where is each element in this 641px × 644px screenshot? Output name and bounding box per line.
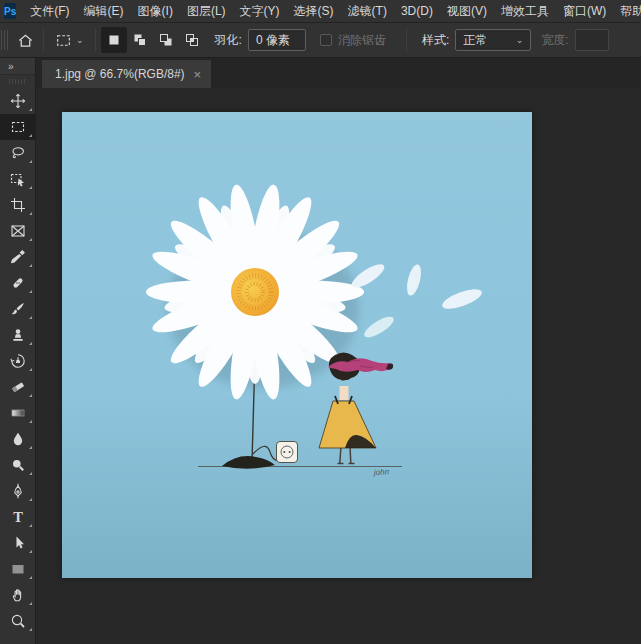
- tool-path-selection[interactable]: [0, 530, 35, 556]
- rectangle-icon: [10, 561, 26, 577]
- home-icon: [17, 32, 34, 49]
- menu-file[interactable]: 文件(F): [23, 0, 76, 23]
- style-value: 正常: [463, 32, 487, 49]
- document-area: 1.jpg @ 66.7%(RGB/8#) ×: [36, 58, 641, 644]
- menu-help[interactable]: 帮助(H): [613, 0, 641, 23]
- menu-window[interactable]: 窗口(W): [556, 0, 613, 23]
- tool-eraser[interactable]: [0, 374, 35, 400]
- document-tab-title: 1.jpg @ 66.7%(RGB/8#): [55, 67, 185, 81]
- tool-type[interactable]: T: [0, 504, 35, 530]
- tool-object-selection[interactable]: [0, 166, 35, 192]
- document-tab-bar: 1.jpg @ 66.7%(RGB/8#) ×: [36, 58, 641, 88]
- tool-move[interactable]: [0, 88, 35, 114]
- options-bar-grip[interactable]: [1, 30, 8, 50]
- path-selection-icon: [10, 535, 26, 551]
- feather-label: 羽化:: [215, 32, 242, 49]
- canvas-image[interactable]: john: [62, 112, 532, 578]
- menu-3d[interactable]: 3D(D): [394, 1, 440, 21]
- wall-outlet: [277, 442, 298, 463]
- tool-rectangle[interactable]: [0, 556, 35, 582]
- tool-rectangular-marquee[interactable]: [0, 114, 35, 140]
- daisy-girl-illustration: john: [62, 112, 532, 578]
- subtract-from-selection-icon: [158, 32, 174, 48]
- zoom-icon: [10, 613, 26, 629]
- separator: [406, 28, 407, 52]
- eraser-icon: [10, 379, 26, 395]
- pen-icon: [10, 483, 26, 499]
- canvas-region: john: [36, 88, 641, 644]
- style-select[interactable]: 正常 ⌄: [455, 29, 531, 51]
- eyedropper-icon: [10, 249, 26, 265]
- chevron-down-icon: ⌄: [516, 35, 524, 45]
- tool-lasso[interactable]: [0, 140, 35, 166]
- gradient-icon: [10, 405, 26, 421]
- dodge-icon: [10, 457, 26, 473]
- style-label: 样式:: [422, 32, 449, 49]
- crop-icon: [10, 197, 26, 213]
- subtract-from-selection-button[interactable]: [153, 27, 179, 53]
- width-input[interactable]: [575, 29, 609, 51]
- tool-history-brush[interactable]: [0, 348, 35, 374]
- menu-edit[interactable]: 编辑(E): [77, 0, 131, 23]
- tool-gradient[interactable]: [0, 400, 35, 426]
- rectangular-marquee-icon: [10, 119, 26, 135]
- rectangular-marquee-icon: [55, 32, 72, 49]
- tool-zoom[interactable]: [0, 608, 35, 634]
- intersect-selection-icon: [184, 32, 200, 48]
- brush-icon: [10, 301, 26, 317]
- tab-close-icon[interactable]: ×: [194, 68, 202, 81]
- document-tab[interactable]: 1.jpg @ 66.7%(RGB/8#) ×: [42, 60, 211, 88]
- spot-healing-brush-icon: [10, 275, 26, 291]
- menu-select[interactable]: 选择(S): [287, 0, 341, 23]
- history-brush-icon: [10, 353, 26, 369]
- object-selection-icon: [10, 171, 26, 187]
- menu-filter[interactable]: 滤镜(T): [341, 0, 394, 23]
- svg-text:john: john: [373, 467, 390, 477]
- new-selection-button[interactable]: [101, 27, 127, 53]
- workspace: »: [0, 58, 641, 644]
- menu-view[interactable]: 视图(V): [440, 0, 494, 23]
- add-to-selection-icon: [132, 32, 148, 48]
- anti-alias-label: 消除锯齿: [338, 32, 386, 49]
- menu-layer[interactable]: 图层(L): [180, 0, 233, 23]
- tool-clone-stamp[interactable]: [0, 322, 35, 348]
- chevron-down-icon: ⌄: [76, 35, 84, 45]
- feather-input[interactable]: 0 像素: [248, 29, 306, 51]
- tool-hand[interactable]: [0, 582, 35, 608]
- menu-image[interactable]: 图像(I): [131, 0, 180, 23]
- width-label: 宽度:: [541, 32, 568, 49]
- move-icon: [10, 93, 26, 109]
- hand-icon: [10, 587, 26, 603]
- tool-pen[interactable]: [0, 478, 35, 504]
- svg-text:T: T: [13, 509, 23, 525]
- tool-preset-picker[interactable]: ⌄: [49, 27, 90, 53]
- intersect-selection-button[interactable]: [179, 27, 205, 53]
- blur-icon: [10, 431, 26, 447]
- tool-options-bar: ⌄ 羽化: 0 像素 消除锯齿 样式: 正常 ⌄ 宽度:: [0, 23, 641, 58]
- type-icon: T: [10, 509, 26, 525]
- photoshop-logo[interactable]: Ps: [4, 3, 16, 19]
- new-selection-icon: [106, 32, 122, 48]
- tool-eyedropper[interactable]: [0, 244, 35, 270]
- tool-frame[interactable]: [0, 218, 35, 244]
- home-button[interactable]: [12, 27, 38, 53]
- menu-plugins[interactable]: 增效工具: [494, 0, 556, 23]
- toolbar-grip[interactable]: [0, 75, 35, 88]
- tool-brush[interactable]: [0, 296, 35, 322]
- tool-dodge[interactable]: [0, 452, 35, 478]
- menu-bar: Ps 文件(F) 编辑(E) 图像(I) 图层(L) 文字(Y) 选择(S) 滤…: [0, 0, 641, 23]
- tool-crop[interactable]: [0, 192, 35, 218]
- add-to-selection-button[interactable]: [127, 27, 153, 53]
- tool-blur[interactable]: [0, 426, 35, 452]
- menu-type[interactable]: 文字(Y): [233, 0, 287, 23]
- clone-stamp-icon: [10, 327, 26, 343]
- toolbar-collapse-button[interactable]: »: [0, 58, 35, 75]
- anti-alias-checkbox[interactable]: [320, 34, 332, 46]
- separator: [43, 28, 44, 52]
- tools-panel: »: [0, 58, 36, 644]
- lasso-icon: [10, 145, 26, 161]
- frame-icon: [10, 223, 26, 239]
- tool-spot-healing-brush[interactable]: [0, 270, 35, 296]
- separator: [95, 28, 96, 52]
- artist-signature: john: [373, 467, 390, 477]
